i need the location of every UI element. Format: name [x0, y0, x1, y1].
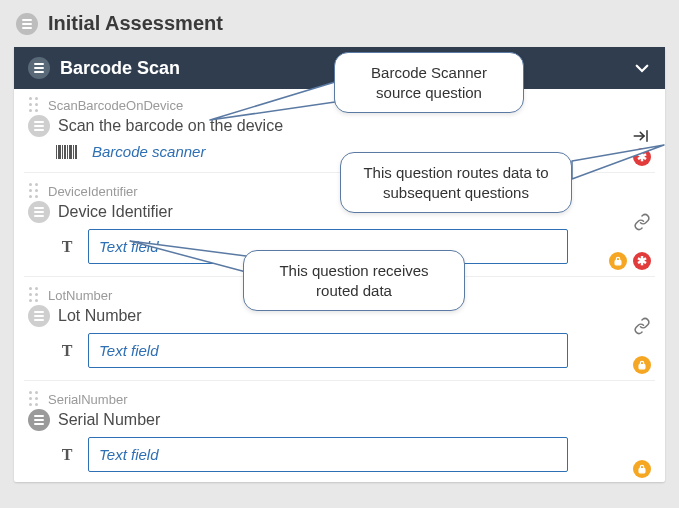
svg-rect-3	[639, 365, 645, 369]
route-out-icon[interactable]	[631, 127, 651, 145]
callout-routes-data: This question routes data to subsequent …	[340, 152, 572, 213]
question-menu-icon[interactable]	[28, 201, 50, 223]
callout-source-question: Barcode Scanner source question	[334, 52, 524, 113]
drag-handle-icon[interactable]	[28, 97, 40, 113]
drag-handle-icon[interactable]	[28, 287, 40, 303]
question-id: ScanBarcodeOnDevice	[48, 98, 183, 113]
question-id: SerialNumber	[48, 392, 127, 407]
chevron-down-icon[interactable]	[633, 59, 651, 77]
drag-handle-icon[interactable]	[28, 391, 40, 407]
barcode-icon	[56, 145, 82, 159]
lock-badge[interactable]	[609, 252, 627, 270]
text-type-icon: T	[56, 238, 78, 256]
question-menu-icon[interactable]	[28, 305, 50, 327]
question-label: Scan the barcode on the device	[58, 117, 283, 135]
text-type-icon: T	[56, 446, 78, 464]
question-label: Lot Number	[58, 307, 142, 325]
lock-badge[interactable]	[633, 356, 651, 374]
lock-badge[interactable]	[633, 460, 651, 478]
lot-number-input[interactable]	[88, 333, 568, 368]
required-badge[interactable]: ✱	[633, 148, 651, 166]
text-type-icon: T	[56, 342, 78, 360]
drag-handle-icon[interactable]	[28, 183, 40, 199]
question-serial-number: SerialNumber Serial Number T	[14, 383, 665, 482]
svg-rect-4	[639, 469, 645, 473]
link-icon[interactable]	[633, 317, 651, 335]
serial-number-input[interactable]	[88, 437, 568, 472]
callout-receives-data: This question receives routed data	[243, 250, 465, 311]
link-icon[interactable]	[633, 213, 651, 231]
section-title: Barcode Scan	[60, 58, 180, 79]
question-label: Serial Number	[58, 411, 160, 429]
question-menu-icon[interactable]	[28, 115, 50, 137]
question-actions	[631, 127, 651, 145]
page-title: Initial Assessment	[48, 12, 223, 35]
page-menu-icon[interactable]	[16, 13, 38, 35]
page-header: Initial Assessment	[0, 0, 679, 47]
question-label: Device Identifier	[58, 203, 173, 221]
question-id: LotNumber	[48, 288, 112, 303]
svg-rect-2	[615, 261, 621, 265]
question-id: DeviceIdentifier	[48, 184, 138, 199]
question-menu-icon[interactable]	[28, 409, 50, 431]
field-type-label[interactable]: Barcode scanner	[92, 143, 205, 160]
section-menu-icon[interactable]	[28, 57, 50, 79]
required-badge[interactable]: ✱	[633, 252, 651, 270]
